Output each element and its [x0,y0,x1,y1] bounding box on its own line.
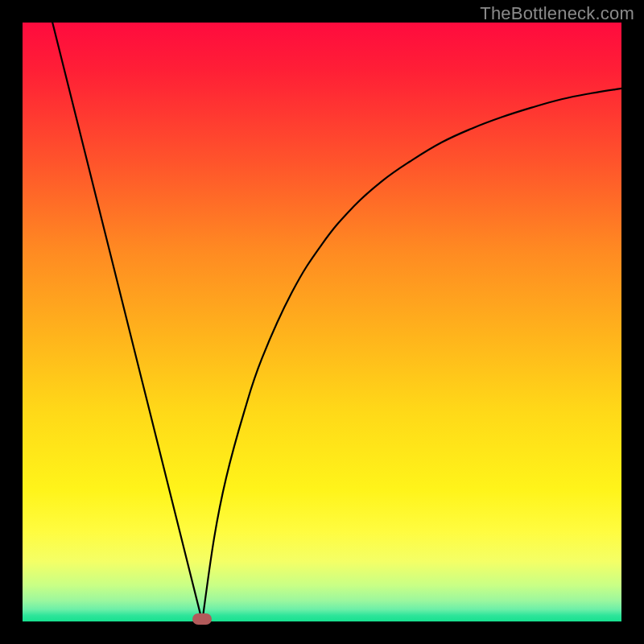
chart-frame: TheBottleneck.com [0,0,644,644]
plot-area [23,23,621,621]
curve-path [52,23,621,621]
vertex-marker [192,613,212,625]
watermark-text: TheBottleneck.com [480,3,634,24]
bottleneck-curve [23,23,621,621]
